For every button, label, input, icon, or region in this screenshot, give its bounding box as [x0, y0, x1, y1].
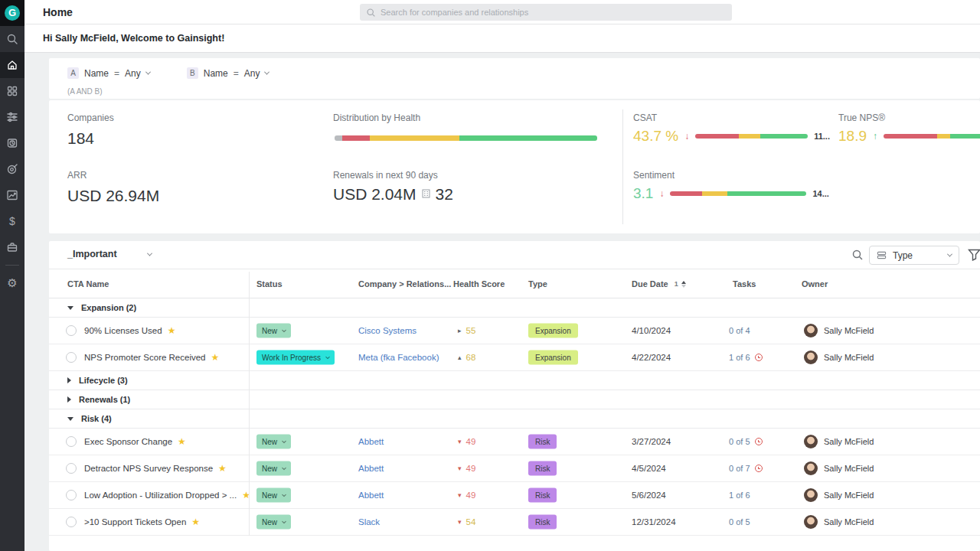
- cta-name[interactable]: 90% Licenses Used: [84, 326, 162, 335]
- star-icon[interactable]: ★: [191, 517, 200, 527]
- tasks-cell[interactable]: 0 of 7: [729, 464, 763, 473]
- table-row[interactable]: >10 Support Tickets Open★NewSlack▾54Risk…: [49, 509, 980, 536]
- caret-right-icon[interactable]: [67, 396, 71, 403]
- cta-name[interactable]: Low Adoption - Utilization Dropped > ...: [84, 491, 237, 500]
- cta-checkbox[interactable]: [66, 436, 77, 447]
- company-link[interactable]: Abbett: [358, 437, 384, 446]
- group-row[interactable]: Lifecycle (3): [49, 371, 980, 390]
- sidebar-item-journeys[interactable]: [0, 104, 24, 130]
- sidebar-item-work[interactable]: [0, 234, 24, 260]
- filter-funnel-button[interactable]: [968, 249, 980, 264]
- table-row[interactable]: Detractor NPS Survey Response★NewAbbett▾…: [49, 455, 980, 482]
- caret-down-icon[interactable]: [67, 417, 74, 421]
- sidebar-item-revenue[interactable]: $: [0, 208, 24, 234]
- cta-name[interactable]: Exec Sponsor Change: [84, 437, 172, 446]
- tasks-cell[interactable]: 0 of 5: [729, 517, 750, 527]
- cta-checkbox[interactable]: [66, 352, 77, 363]
- company-link[interactable]: Abbett: [358, 491, 384, 500]
- company-link[interactable]: Abbett: [358, 464, 384, 473]
- status-pill[interactable]: New: [256, 515, 291, 530]
- sidebar-item-reports[interactable]: [0, 182, 24, 208]
- owner-name: Sally McField: [824, 491, 874, 500]
- sidebar-item-home[interactable]: [0, 52, 24, 78]
- cta-checkbox[interactable]: [66, 517, 77, 527]
- col-tasks[interactable]: Tasks: [733, 279, 756, 289]
- health-score: ▴68: [458, 353, 475, 362]
- status-pill[interactable]: New: [256, 435, 291, 449]
- group-row[interactable]: Renewals (1): [49, 390, 980, 409]
- caret-right-icon[interactable]: [67, 377, 71, 383]
- view-selector[interactable]: _Important: [67, 249, 152, 259]
- sidebar-item-settings[interactable]: ⚙: [0, 270, 24, 296]
- tasks-cell[interactable]: 0 of 5: [729, 437, 763, 446]
- star-icon[interactable]: ★: [211, 352, 220, 363]
- group-row[interactable]: Risk (4): [49, 409, 980, 429]
- sidebar-item-timeline[interactable]: [0, 130, 24, 156]
- sidebar-item-scorecards[interactable]: [0, 156, 24, 182]
- type-filter-dropdown[interactable]: Type: [869, 246, 959, 265]
- sort-icon[interactable]: [681, 281, 686, 288]
- table-row[interactable]: 90% Licenses Used★NewCisco Systems▸55Exp…: [49, 318, 980, 344]
- sidebar-item-search[interactable]: [0, 26, 24, 52]
- status-pill[interactable]: New: [256, 461, 291, 476]
- chip-value[interactable]: Any: [125, 68, 141, 79]
- col-owner[interactable]: Owner: [802, 279, 828, 289]
- table-row[interactable]: Exec Sponsor Change★NewAbbett▾49Risk3/27…: [49, 429, 980, 455]
- cta-checkbox[interactable]: [66, 463, 77, 474]
- col-company[interactable]: Company > Relations...: [358, 279, 451, 289]
- star-icon[interactable]: ★: [178, 436, 186, 447]
- col-due-date[interactable]: Due Date 1: [632, 279, 686, 289]
- column-divider: [249, 272, 250, 536]
- chip-value[interactable]: Any: [244, 68, 260, 79]
- nps-bar[interactable]: [884, 134, 980, 139]
- company-link[interactable]: Meta (fka Facebook): [358, 353, 439, 362]
- status-pill[interactable]: New: [256, 324, 291, 338]
- global-search-input[interactable]: Search for companies and relationships: [360, 4, 732, 21]
- renewals-label: Renewals in next 90 days: [333, 170, 438, 181]
- bar-segment: [702, 191, 727, 196]
- owner-cell: Sally McField: [804, 435, 874, 448]
- rows-icon: [877, 250, 887, 260]
- col-status[interactable]: Status: [256, 279, 283, 289]
- caret-down-icon[interactable]: [67, 306, 74, 310]
- cta-checkbox[interactable]: [66, 325, 77, 336]
- greeting-text: Hi Sally McField, Welcome to Gainsight!: [43, 33, 224, 44]
- table-search-button[interactable]: [851, 249, 864, 264]
- tasks-cell[interactable]: 1 of 6: [729, 491, 750, 500]
- status-pill[interactable]: New: [256, 488, 291, 503]
- sentiment-bar[interactable]: [670, 191, 806, 196]
- group-label: Renewals (1): [79, 395, 130, 404]
- health-distribution-bar[interactable]: [335, 135, 597, 141]
- company-link[interactable]: Slack: [358, 517, 380, 527]
- table-row[interactable]: NPS Promoter Score Received★Work In Prog…: [49, 344, 980, 371]
- arr-value: USD 26.94M: [67, 187, 159, 205]
- gainsight-logo[interactable]: G: [0, 0, 24, 26]
- filter-chip-a[interactable]: A Name = Any: [67, 67, 150, 79]
- cta-name[interactable]: NPS Promoter Score Received: [84, 353, 206, 362]
- status-pill[interactable]: Work In Progress: [256, 350, 335, 365]
- chevron-down-icon: [147, 250, 152, 256]
- sidebar-item-dashboards[interactable]: [0, 78, 24, 104]
- col-type[interactable]: Type: [528, 279, 547, 289]
- star-icon[interactable]: ★: [218, 463, 227, 474]
- tasks-cell[interactable]: 0 of 4: [729, 326, 750, 335]
- star-icon[interactable]: ★: [168, 325, 176, 336]
- csat-bar[interactable]: [695, 134, 808, 139]
- col-cta-name[interactable]: CTA Name: [67, 279, 109, 289]
- col-health[interactable]: Health Score: [453, 279, 505, 289]
- bar-segment: [739, 134, 760, 139]
- timeline-icon: [6, 137, 18, 149]
- company-link[interactable]: Cisco Systems: [358, 326, 416, 335]
- filter-chip-b[interactable]: B Name = Any: [187, 67, 270, 79]
- chip-operator: =: [114, 68, 119, 79]
- cta-name-cell: Low Adoption - Utilization Dropped > ...…: [84, 490, 250, 500]
- owner-name: Sally McField: [824, 517, 874, 527]
- table-row[interactable]: Low Adoption - Utilization Dropped > ...…: [49, 482, 980, 509]
- table-header: CTA Name Status Company > Relations... H…: [49, 269, 980, 298]
- due-date-label: Due Date: [632, 279, 668, 289]
- cta-checkbox[interactable]: [66, 490, 77, 500]
- cta-name[interactable]: >10 Support Tickets Open: [84, 517, 186, 527]
- group-row[interactable]: Expansion (2): [49, 298, 980, 318]
- cta-name[interactable]: Detractor NPS Survey Response: [84, 464, 213, 473]
- tasks-cell[interactable]: 1 of 6: [729, 353, 763, 362]
